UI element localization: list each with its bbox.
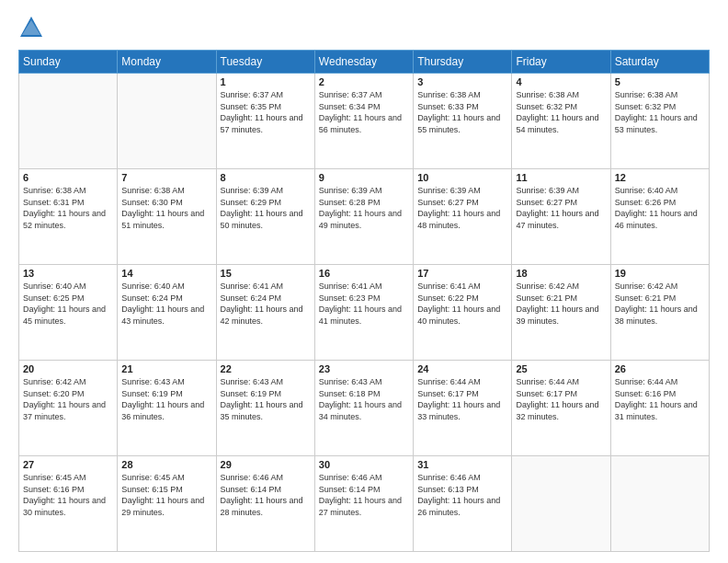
calendar-cell: 17Sunrise: 6:41 AM Sunset: 6:22 PM Dayli…	[414, 265, 512, 361]
day-number: 1	[221, 76, 311, 87]
weekday-saturday: Saturday	[610, 51, 709, 74]
day-number: 5	[615, 76, 705, 87]
week-row-3: 13Sunrise: 6:40 AM Sunset: 6:25 PM Dayli…	[19, 265, 710, 361]
day-number: 23	[319, 363, 409, 374]
day-number: 11	[516, 172, 606, 183]
day-number: 10	[417, 172, 507, 183]
calendar-cell: 21Sunrise: 6:43 AM Sunset: 6:19 PM Dayli…	[118, 361, 216, 456]
calendar-cell: 24Sunrise: 6:44 AM Sunset: 6:17 PM Dayli…	[414, 361, 512, 456]
weekday-monday: Monday	[118, 51, 216, 74]
weekday-wednesday: Wednesday	[314, 51, 413, 74]
calendar-cell: 26Sunrise: 6:44 AM Sunset: 6:16 PM Dayli…	[610, 361, 709, 456]
calendar-cell: 28Sunrise: 6:45 AM Sunset: 6:15 PM Dayli…	[118, 456, 216, 552]
calendar-cell: 6Sunrise: 6:38 AM Sunset: 6:31 PM Daylig…	[19, 169, 118, 265]
day-info: Sunrise: 6:39 AM Sunset: 6:27 PM Dayligh…	[516, 185, 606, 231]
weekday-header-row: SundayMondayTuesdayWednesdayThursdayFrid…	[19, 51, 710, 74]
day-info: Sunrise: 6:39 AM Sunset: 6:27 PM Dayligh…	[417, 185, 507, 231]
calendar-cell: 10Sunrise: 6:39 AM Sunset: 6:27 PM Dayli…	[414, 169, 512, 265]
day-info: Sunrise: 6:40 AM Sunset: 6:25 PM Dayligh…	[23, 281, 113, 327]
calendar-cell: 3Sunrise: 6:38 AM Sunset: 6:33 PM Daylig…	[414, 74, 512, 169]
calendar-cell: 14Sunrise: 6:40 AM Sunset: 6:24 PM Dayli…	[118, 265, 216, 361]
day-info: Sunrise: 6:38 AM Sunset: 6:30 PM Dayligh…	[121, 185, 211, 231]
calendar-cell: 9Sunrise: 6:39 AM Sunset: 6:28 PM Daylig…	[314, 169, 413, 265]
day-info: Sunrise: 6:44 AM Sunset: 6:17 PM Dayligh…	[417, 376, 507, 422]
day-number: 27	[23, 459, 113, 470]
day-info: Sunrise: 6:38 AM Sunset: 6:31 PM Dayligh…	[23, 185, 113, 231]
day-number: 30	[319, 459, 409, 470]
day-info: Sunrise: 6:44 AM Sunset: 6:16 PM Dayligh…	[615, 376, 705, 422]
day-info: Sunrise: 6:38 AM Sunset: 6:32 PM Dayligh…	[615, 89, 705, 135]
week-row-5: 27Sunrise: 6:45 AM Sunset: 6:16 PM Dayli…	[19, 456, 710, 552]
day-info: Sunrise: 6:46 AM Sunset: 6:13 PM Dayligh…	[417, 472, 507, 518]
calendar-cell: 18Sunrise: 6:42 AM Sunset: 6:21 PM Dayli…	[512, 265, 610, 361]
calendar-cell: 23Sunrise: 6:43 AM Sunset: 6:18 PM Dayli…	[314, 361, 413, 456]
calendar-cell: 15Sunrise: 6:41 AM Sunset: 6:24 PM Dayli…	[216, 265, 314, 361]
day-number: 21	[121, 363, 211, 374]
day-number: 29	[221, 459, 311, 470]
calendar-cell: 12Sunrise: 6:40 AM Sunset: 6:26 PM Dayli…	[610, 169, 709, 265]
calendar-cell	[610, 456, 709, 552]
day-number: 12	[615, 172, 705, 183]
calendar-cell	[19, 74, 118, 169]
day-number: 16	[319, 268, 409, 279]
day-number: 3	[417, 76, 507, 87]
calendar-cell: 4Sunrise: 6:38 AM Sunset: 6:32 PM Daylig…	[512, 74, 610, 169]
day-info: Sunrise: 6:37 AM Sunset: 6:34 PM Dayligh…	[319, 89, 409, 135]
calendar-cell: 25Sunrise: 6:44 AM Sunset: 6:17 PM Dayli…	[512, 361, 610, 456]
weekday-tuesday: Tuesday	[216, 51, 314, 74]
day-number: 22	[221, 363, 311, 374]
day-number: 4	[516, 76, 606, 87]
weekday-friday: Friday	[512, 51, 610, 74]
day-info: Sunrise: 6:41 AM Sunset: 6:23 PM Dayligh…	[319, 281, 409, 327]
day-info: Sunrise: 6:43 AM Sunset: 6:19 PM Dayligh…	[221, 376, 311, 422]
calendar-table: SundayMondayTuesdayWednesdayThursdayFrid…	[18, 50, 710, 552]
day-info: Sunrise: 6:41 AM Sunset: 6:24 PM Dayligh…	[221, 281, 311, 327]
calendar-cell: 29Sunrise: 6:46 AM Sunset: 6:14 PM Dayli…	[216, 456, 314, 552]
day-info: Sunrise: 6:45 AM Sunset: 6:15 PM Dayligh…	[121, 472, 211, 518]
day-info: Sunrise: 6:38 AM Sunset: 6:33 PM Dayligh…	[417, 89, 507, 135]
day-number: 2	[319, 76, 409, 87]
calendar-cell: 11Sunrise: 6:39 AM Sunset: 6:27 PM Dayli…	[512, 169, 610, 265]
day-number: 18	[516, 268, 606, 279]
day-number: 25	[516, 363, 606, 374]
day-info: Sunrise: 6:40 AM Sunset: 6:26 PM Dayligh…	[615, 185, 705, 231]
calendar-cell	[512, 456, 610, 552]
day-number: 26	[615, 363, 705, 374]
calendar-cell: 16Sunrise: 6:41 AM Sunset: 6:23 PM Dayli…	[314, 265, 413, 361]
day-info: Sunrise: 6:38 AM Sunset: 6:32 PM Dayligh…	[516, 89, 606, 135]
day-number: 19	[615, 268, 705, 279]
logo	[18, 15, 48, 40]
calendar-cell: 8Sunrise: 6:39 AM Sunset: 6:29 PM Daylig…	[216, 169, 314, 265]
day-info: Sunrise: 6:39 AM Sunset: 6:29 PM Dayligh…	[221, 185, 311, 231]
day-number: 9	[319, 172, 409, 183]
day-info: Sunrise: 6:41 AM Sunset: 6:22 PM Dayligh…	[417, 281, 507, 327]
page: SundayMondayTuesdayWednesdayThursdayFrid…	[0, 0, 728, 563]
day-info: Sunrise: 6:37 AM Sunset: 6:35 PM Dayligh…	[221, 89, 311, 135]
calendar-cell: 5Sunrise: 6:38 AM Sunset: 6:32 PM Daylig…	[610, 74, 709, 169]
week-row-4: 20Sunrise: 6:42 AM Sunset: 6:20 PM Dayli…	[19, 361, 710, 456]
day-info: Sunrise: 6:42 AM Sunset: 6:21 PM Dayligh…	[516, 281, 606, 327]
day-number: 15	[221, 268, 311, 279]
calendar-cell: 30Sunrise: 6:46 AM Sunset: 6:14 PM Dayli…	[314, 456, 413, 552]
logo-icon	[18, 15, 44, 40]
day-info: Sunrise: 6:40 AM Sunset: 6:24 PM Dayligh…	[121, 281, 211, 327]
calendar-cell: 27Sunrise: 6:45 AM Sunset: 6:16 PM Dayli…	[19, 456, 118, 552]
day-number: 17	[417, 268, 507, 279]
day-number: 6	[23, 172, 113, 183]
day-info: Sunrise: 6:42 AM Sunset: 6:21 PM Dayligh…	[615, 281, 705, 327]
day-info: Sunrise: 6:43 AM Sunset: 6:18 PM Dayligh…	[319, 376, 409, 422]
day-info: Sunrise: 6:39 AM Sunset: 6:28 PM Dayligh…	[319, 185, 409, 231]
calendar-cell: 22Sunrise: 6:43 AM Sunset: 6:19 PM Dayli…	[216, 361, 314, 456]
day-number: 31	[417, 459, 507, 470]
svg-marker-1	[22, 20, 40, 35]
calendar-cell: 13Sunrise: 6:40 AM Sunset: 6:25 PM Dayli…	[19, 265, 118, 361]
calendar-cell: 31Sunrise: 6:46 AM Sunset: 6:13 PM Dayli…	[414, 456, 512, 552]
calendar-cell: 1Sunrise: 6:37 AM Sunset: 6:35 PM Daylig…	[216, 74, 314, 169]
day-info: Sunrise: 6:46 AM Sunset: 6:14 PM Dayligh…	[319, 472, 409, 518]
day-number: 14	[121, 268, 211, 279]
calendar-cell	[118, 74, 216, 169]
day-info: Sunrise: 6:44 AM Sunset: 6:17 PM Dayligh…	[516, 376, 606, 422]
day-number: 24	[417, 363, 507, 374]
header	[18, 15, 710, 40]
week-row-1: 1Sunrise: 6:37 AM Sunset: 6:35 PM Daylig…	[19, 74, 710, 169]
